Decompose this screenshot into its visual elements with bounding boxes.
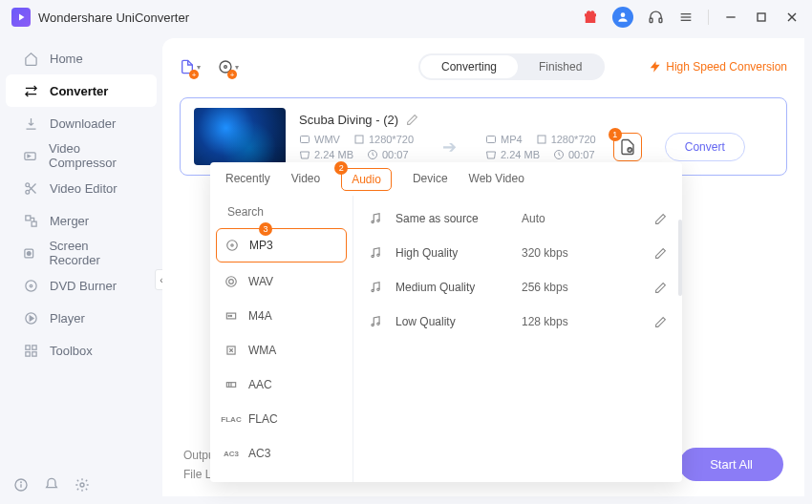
svg-point-54 xyxy=(372,255,374,257)
convert-button[interactable]: Convert xyxy=(665,133,745,161)
sidebar-item-merger[interactable]: Merger xyxy=(6,204,157,237)
edit-quality-icon[interactable] xyxy=(654,213,667,225)
format-tab-video[interactable]: Video xyxy=(291,172,320,195)
format-icon xyxy=(224,238,240,253)
info-icon[interactable] xyxy=(13,477,29,493)
svg-rect-15 xyxy=(25,215,30,220)
format-tab-device[interactable]: Device xyxy=(413,172,448,195)
svg-point-28 xyxy=(21,482,22,483)
svg-point-43 xyxy=(226,277,237,287)
sidebar-item-screen-recorder[interactable]: Screen Recorder xyxy=(6,237,157,269)
format-icon xyxy=(224,343,239,358)
titlebar: Wondershare UniConverter xyxy=(0,0,812,34)
format-panel: RecentlyVideoAudio2DeviceWeb Video MP33W… xyxy=(210,162,682,482)
svg-point-58 xyxy=(372,324,374,326)
svg-rect-22 xyxy=(25,345,29,348)
sidebar-item-player[interactable]: Player xyxy=(6,302,157,334)
callout-badge-1: 1 xyxy=(609,128,622,141)
user-avatar[interactable] xyxy=(612,7,633,28)
svg-point-59 xyxy=(377,323,379,325)
add-file-button[interactable]: + ▾ xyxy=(180,56,201,77)
video-thumbnail[interactable] xyxy=(194,108,286,165)
sidebar-item-label: Toolbox xyxy=(50,344,93,358)
svg-point-19 xyxy=(25,280,35,290)
quality-option[interactable]: High Quality320 kbps xyxy=(353,236,682,270)
sidebar-item-label: Converter xyxy=(50,84,108,98)
edit-filename-icon[interactable] xyxy=(406,114,418,126)
svg-rect-33 xyxy=(355,136,363,143)
edit-quality-icon[interactable] xyxy=(654,247,667,260)
sidebar-item-video-compressor[interactable]: Video Compressor xyxy=(6,139,157,172)
gift-icon[interactable] xyxy=(582,9,599,26)
format-search-input[interactable] xyxy=(227,205,353,219)
app-title: Wondershare UniConverter xyxy=(38,10,189,25)
svg-point-12 xyxy=(25,190,29,194)
format-icon xyxy=(224,308,239,324)
arrow-icon: ➔ xyxy=(442,136,457,158)
format-tab-recently[interactable]: Recently xyxy=(225,172,270,195)
status-tabs: Converting Finished xyxy=(418,53,605,80)
close-button[interactable] xyxy=(783,9,801,26)
format-icon: AC3 xyxy=(224,446,239,461)
format-option-aac[interactable]: AAC xyxy=(210,368,353,402)
play-icon xyxy=(23,310,38,326)
format-option-wav[interactable]: WAV xyxy=(210,264,353,299)
quality-option[interactable]: Same as sourceAuto xyxy=(353,201,682,236)
svg-point-0 xyxy=(621,12,626,17)
music-note-icon xyxy=(369,281,384,294)
menu-icon[interactable] xyxy=(677,9,694,26)
svg-rect-16 xyxy=(32,221,36,226)
svg-point-18 xyxy=(28,251,32,255)
format-option-ac3[interactable]: AC3AC3 xyxy=(210,436,353,471)
bell-icon[interactable] xyxy=(44,477,59,493)
format-tab-audio[interactable]: Audio2 xyxy=(341,168,392,191)
sidebar-item-toolbox[interactable]: Toolbox xyxy=(6,334,157,367)
sidebar-item-dvd-burner[interactable]: DVD Burner xyxy=(6,269,157,302)
format-option-flac[interactable]: FLACFLAC xyxy=(210,402,353,436)
grid-icon xyxy=(23,343,38,358)
edit-quality-icon[interactable] xyxy=(654,282,667,294)
settings-icon[interactable] xyxy=(75,477,90,493)
callout-badge-3: 3 xyxy=(259,222,272,236)
format-list: MP33WAVM4AWMAAACFLACFLACAC3AC3 xyxy=(210,196,353,482)
sidebar-item-label: Merger xyxy=(50,214,89,228)
add-disc-button[interactable]: + ▾ xyxy=(218,56,239,77)
high-speed-conversion-toggle[interactable]: High Speed Conversion xyxy=(649,60,787,74)
format-option-wma[interactable]: WMA xyxy=(210,333,353,368)
svg-rect-36 xyxy=(538,136,545,143)
sidebar-item-label: Video Compressor xyxy=(49,141,139,170)
quality-option[interactable]: Low Quality128 kbps xyxy=(353,304,682,339)
svg-point-53 xyxy=(377,220,379,221)
edit-quality-icon[interactable] xyxy=(654,316,667,328)
format-search[interactable] xyxy=(210,201,353,226)
svg-point-20 xyxy=(30,284,32,287)
converter-icon xyxy=(23,83,38,98)
start-all-button[interactable]: Start All xyxy=(679,448,783,481)
svg-rect-32 xyxy=(301,136,310,142)
svg-point-42 xyxy=(231,244,233,246)
maximize-button[interactable] xyxy=(753,9,770,26)
output-format-button[interactable]: 1 xyxy=(613,133,642,161)
source-info: WMV 1280*720 2.24 MB 00:07 xyxy=(299,134,414,160)
format-option-mp3[interactable]: MP33 xyxy=(216,228,347,262)
minimize-button[interactable] xyxy=(722,9,739,26)
format-tab-web-video[interactable]: Web Video xyxy=(469,172,524,195)
download-icon xyxy=(23,116,38,131)
target-info: MP4 1280*720 2.24 MB 00:07 xyxy=(485,134,596,160)
tab-converting[interactable]: Converting xyxy=(420,55,518,78)
sidebar-item-label: Downloader xyxy=(50,116,116,131)
callout-badge-2: 2 xyxy=(334,161,348,175)
tab-finished[interactable]: Finished xyxy=(518,55,603,78)
format-option-m4a[interactable]: M4A xyxy=(210,299,353,333)
svg-point-57 xyxy=(377,288,379,290)
sidebar-item-home[interactable]: Home xyxy=(6,42,157,74)
sidebar-item-video-editor[interactable]: Video Editor xyxy=(6,172,157,204)
music-note-icon xyxy=(369,315,384,328)
svg-point-55 xyxy=(377,254,379,256)
svg-rect-7 xyxy=(758,13,765,21)
quality-option[interactable]: Medium Quality256 kbps xyxy=(353,270,682,304)
svg-point-11 xyxy=(25,182,29,186)
sidebar-item-downloader[interactable]: Downloader xyxy=(6,107,157,139)
sidebar-item-converter[interactable]: Converter xyxy=(6,74,157,107)
headset-icon[interactable] xyxy=(647,9,664,26)
